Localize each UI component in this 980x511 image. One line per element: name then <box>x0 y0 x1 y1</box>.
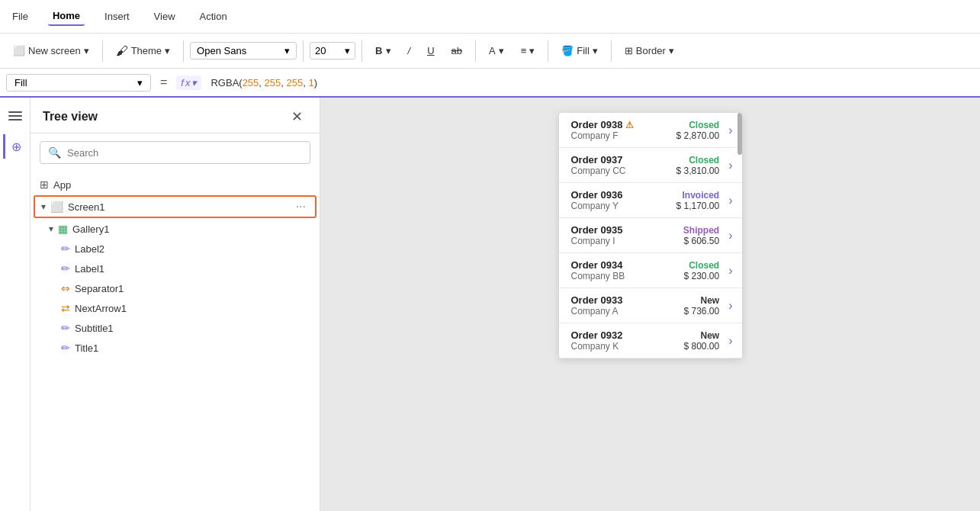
subtitle-icon: ✏ <box>61 322 70 334</box>
order-number: Order 0938⚠ <box>571 119 673 130</box>
order-row[interactable]: Order 0934 Company BB Closed $ 230.00 › <box>559 253 742 288</box>
tree-item-separator1[interactable]: ⇔ Separator1 <box>31 278 320 298</box>
fill-icon: 🪣 <box>561 45 574 56</box>
toolbar-separator-6 <box>548 40 548 62</box>
tree-item-label-separator1: Separator1 <box>75 283 310 294</box>
underline-button[interactable]: U <box>420 41 441 60</box>
order-chevron-icon[interactable]: › <box>728 229 732 243</box>
order-row[interactable]: Order 0938⚠ Company F Closed $ 2,870.00 … <box>559 113 742 148</box>
collapse-icon-screen1[interactable]: ▾ <box>41 201 46 212</box>
order-company: Company F <box>571 130 673 141</box>
order-row[interactable]: Order 0933 Company A New $ 736.00 › <box>559 288 742 323</box>
tree-view-title: Tree view <box>43 110 98 124</box>
order-price: $ 1,170.00 <box>676 201 719 211</box>
main-content: ⊕ Tree view ✕ 🔍 ⊞ App ▾ ⬜ Screen1 ··· <box>0 98 980 511</box>
order-chevron-icon[interactable]: › <box>728 299 732 313</box>
search-box[interactable]: 🔍 <box>40 141 310 164</box>
menu-file[interactable]: File <box>8 8 33 25</box>
order-chevron-icon[interactable]: › <box>728 264 732 278</box>
order-company: Company K <box>571 341 681 352</box>
order-number: Order 0932 <box>571 329 681 341</box>
layers-button[interactable]: ⊕ <box>3 134 27 159</box>
strikethrough-button[interactable]: ab <box>445 41 469 60</box>
more-options-button-screen1[interactable]: ··· <box>293 200 309 214</box>
menu-view[interactable]: View <box>149 8 180 25</box>
order-row[interactable]: Order 0937 Company CC Closed $ 3,810.00 … <box>559 148 742 183</box>
order-chevron-icon[interactable]: › <box>728 159 732 172</box>
chevron-down-icon-3: ▾ <box>284 45 290 56</box>
tree-item-app[interactable]: ⊞ App <box>31 175 320 194</box>
menu-bar: File Home Insert View Action <box>0 0 980 34</box>
warning-icon: ⚠ <box>625 120 634 130</box>
app-icon: ⊞ <box>40 178 49 191</box>
toolbar-separator-4 <box>361 40 362 62</box>
close-button[interactable]: ✕ <box>287 107 307 127</box>
tree-item-label1[interactable]: ✏ Label1 <box>31 259 320 278</box>
tree-item-nextarrow1[interactable]: ⇄ NextArrow1 <box>31 298 320 318</box>
toolbar-separator-1 <box>102 40 103 62</box>
border-icon: ⊞ <box>625 45 633 56</box>
menu-action[interactable]: Action <box>195 8 232 25</box>
order-status: New <box>700 330 719 341</box>
order-row[interactable]: Order 0932 Company K New $ 800.00 › <box>559 323 742 358</box>
order-chevron-icon[interactable]: › <box>728 194 732 207</box>
tree-item-label-subtitle1: Subtitle1 <box>75 323 310 334</box>
theme-icon: 🖌 <box>116 44 128 58</box>
fill-button[interactable]: 🪣 Fill ▾ <box>554 41 605 60</box>
tree-item-screen1[interactable]: ▾ ⬜ Screen1 ··· <box>34 195 316 218</box>
order-info: Order 0934 Company BB <box>571 259 681 281</box>
order-list: Order 0938⚠ Company F Closed $ 2,870.00 … <box>559 113 742 358</box>
border-button[interactable]: ⊞ Border ▾ <box>618 41 681 60</box>
order-chevron-icon[interactable]: › <box>728 334 732 348</box>
formula-input[interactable]: RGBA(255, 255, 255, 1) <box>206 76 974 90</box>
bold-button[interactable]: B ▾ <box>368 41 397 60</box>
order-row[interactable]: Order 0936 Company Y Invoiced $ 1,170.00… <box>559 183 742 218</box>
order-info: Order 0938⚠ Company F <box>571 119 673 141</box>
tree-item-title1[interactable]: ✏ Title1 <box>31 338 320 358</box>
collapse-icon-gallery1[interactable]: ▾ <box>49 223 53 234</box>
fx-button[interactable]: fx ▾ <box>176 76 201 90</box>
align-button[interactable]: ≡ ▾ <box>514 41 542 60</box>
hamburger-menu-button[interactable] <box>3 104 27 128</box>
order-company: Company Y <box>571 201 673 211</box>
screen-icon-tree: ⬜ <box>50 201 63 213</box>
property-selector[interactable]: Fill ▾ <box>6 74 151 92</box>
screen-icon: ⬜ <box>13 45 25 56</box>
tree-item-label2[interactable]: ✏ Label2 <box>31 239 320 259</box>
font-selector[interactable]: Open Sans ▾ <box>190 42 297 59</box>
order-number: Order 0937 <box>571 154 673 166</box>
tree-item-subtitle1[interactable]: ✏ Subtitle1 <box>31 318 320 338</box>
menu-home[interactable]: Home <box>48 7 85 26</box>
nextarrow-icon: ⇄ <box>61 302 70 314</box>
order-info: Order 0933 Company A <box>571 294 681 317</box>
order-info: Order 0935 Company I <box>571 224 680 246</box>
order-price: $ 3,810.00 <box>676 166 719 176</box>
toolbar-separator-3 <box>303 40 304 62</box>
align-icon: ≡ <box>521 45 527 56</box>
chevron-down-icon-5: ▾ <box>386 45 391 56</box>
order-company: Company A <box>571 306 681 317</box>
new-screen-button[interactable]: ⬜ New screen ▾ <box>6 41 96 60</box>
search-input[interactable] <box>67 147 302 159</box>
order-status-price: Shipped $ 606.50 <box>683 225 719 246</box>
hamburger-icon <box>4 107 27 125</box>
font-size-selector[interactable]: 20 ▾ <box>310 42 355 59</box>
order-info: Order 0932 Company K <box>571 329 681 352</box>
order-number: Order 0933 <box>571 294 681 306</box>
tree-item-label-title1: Title1 <box>75 342 310 354</box>
italic-button[interactable]: / <box>401 41 418 60</box>
chevron-down-icon-2: ▾ <box>165 45 170 56</box>
order-number: Order 0936 <box>571 189 673 201</box>
order-status: Shipped <box>683 225 719 236</box>
chevron-down-icon-4: ▾ <box>345 45 350 56</box>
menu-insert[interactable]: Insert <box>100 8 134 25</box>
order-info: Order 0937 Company CC <box>571 154 673 176</box>
order-chevron-icon[interactable]: › <box>728 124 732 137</box>
order-row[interactable]: Order 0935 Company I Shipped $ 606.50 › <box>559 218 742 253</box>
chevron-down-icon-10: ▾ <box>137 77 143 88</box>
tree-item-gallery1[interactable]: ▾ ▦ Gallery1 <box>31 219 320 239</box>
font-color-button[interactable]: A ▾ <box>482 41 511 60</box>
chevron-down-icon-9: ▾ <box>669 45 674 56</box>
theme-button[interactable]: 🖌 Theme ▾ <box>109 40 177 62</box>
gallery-icon: ▦ <box>58 223 68 235</box>
